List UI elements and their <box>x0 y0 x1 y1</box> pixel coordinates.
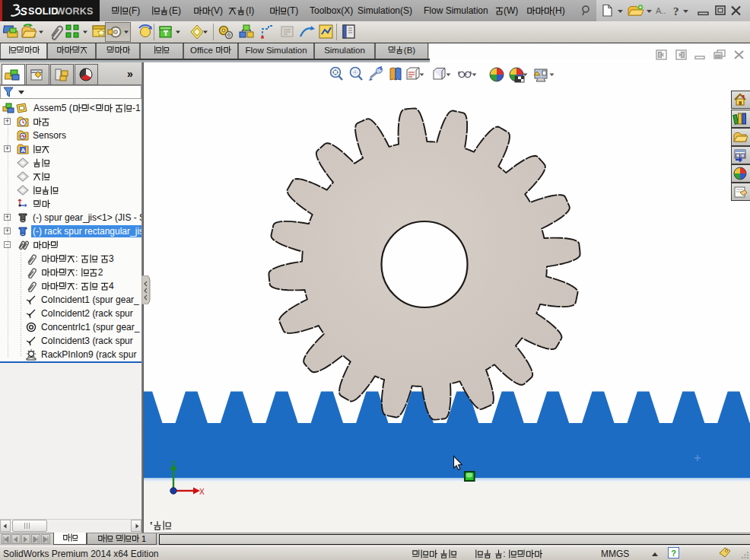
svg-text:A..: A.. <box>656 6 666 15</box>
svg-text:S: S <box>21 5 28 18</box>
svg-text:WORKS: WORKS <box>56 6 94 17</box>
svg-text:X: X <box>199 488 205 496</box>
svg-text:?: ? <box>673 5 679 18</box>
svg-text:SOLID: SOLID <box>28 6 59 17</box>
svg-text:A: A <box>21 147 26 154</box>
